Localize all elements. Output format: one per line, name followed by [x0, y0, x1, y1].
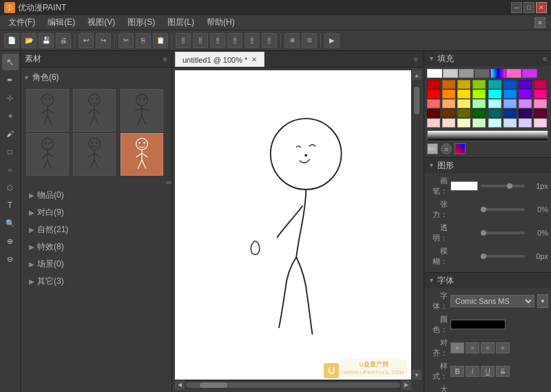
- maximize-button[interactable]: □: [523, 2, 534, 13]
- toolbar-align3[interactable]: ⣿: [210, 33, 225, 48]
- hscroll-left-arrow[interactable]: ◀: [175, 380, 185, 390]
- color-swatch[interactable]: [442, 109, 455, 118]
- opacity-slider[interactable]: [481, 231, 525, 234]
- color-swatch[interactable]: [472, 118, 486, 127]
- toolbar-align6[interactable]: ⣿: [262, 33, 277, 48]
- color-swatch[interactable]: [427, 80, 440, 89]
- font-section-header[interactable]: ▼ 字体: [424, 273, 551, 288]
- toolbar-cut[interactable]: ✂: [118, 33, 134, 48]
- swatch-gradient[interactable]: [490, 69, 506, 78]
- color-swatch[interactable]: [472, 99, 486, 108]
- toolbar-new[interactable]: 📄: [4, 33, 19, 48]
- category-characters-header[interactable]: ▼ 角色(6): [23, 70, 169, 86]
- menu-edit[interactable]: 编辑(E): [42, 15, 81, 30]
- category-dialogue[interactable]: ▶ 对白(9): [23, 204, 169, 221]
- vscroll-down-arrow[interactable]: ▼: [412, 370, 422, 380]
- canvas-tab-1[interactable]: untitled1 @ 100% * ✕: [175, 52, 264, 67]
- color-swatch[interactable]: [472, 109, 486, 118]
- color-swatch[interactable]: [534, 99, 547, 108]
- color-swatch[interactable]: [442, 80, 455, 89]
- color-swatch[interactable]: [488, 90, 501, 99]
- align-right-btn[interactable]: ≡: [481, 342, 495, 353]
- toolbar-save[interactable]: 💾: [39, 33, 54, 48]
- color-swatch[interactable]: [488, 80, 501, 89]
- align-left-btn[interactable]: ≡: [450, 342, 464, 353]
- color-swatch[interactable]: [457, 109, 470, 118]
- menu-view[interactable]: 视图(V): [82, 15, 121, 30]
- blur-slider[interactable]: [481, 255, 525, 258]
- bold-btn[interactable]: B: [450, 366, 464, 377]
- color-swatch[interactable]: [427, 99, 440, 108]
- tool-polygon[interactable]: ⬡: [2, 179, 19, 196]
- color-swatch[interactable]: [519, 109, 532, 118]
- tool-pen[interactable]: ✒: [2, 72, 19, 88]
- align-justify-btn[interactable]: ≡: [496, 342, 510, 353]
- strikethrough-btn[interactable]: S: [496, 366, 510, 377]
- menu-help[interactable]: 帮助(H): [201, 15, 240, 30]
- color-swatch[interactable]: [442, 90, 455, 99]
- category-scenes[interactable]: ▶ 场景(0): [23, 256, 169, 273]
- toolbar-align5[interactable]: ⣿: [245, 33, 260, 48]
- color-swatch[interactable]: [519, 80, 532, 89]
- tool-transform[interactable]: ⌖: [2, 107, 19, 124]
- minimize-button[interactable]: ─: [511, 2, 522, 13]
- color-swatch[interactable]: [427, 109, 440, 118]
- tool-zoom-out[interactable]: ⊖: [2, 251, 19, 267]
- toolbar-align4[interactable]: ⣿: [227, 33, 242, 48]
- color-swatch[interactable]: [472, 90, 486, 99]
- tool-ellipse[interactable]: ○: [2, 161, 19, 178]
- asset-item-3[interactable]: [121, 89, 163, 132]
- color-swatch[interactable]: [503, 109, 517, 118]
- fill-circle-icon[interactable]: ○: [441, 143, 452, 154]
- panel-icon[interactable]: ≡: [534, 17, 545, 28]
- tension-thumb[interactable]: [481, 207, 486, 212]
- swatch-pink[interactable]: [506, 69, 521, 78]
- vscroll-thumb[interactable]: [414, 87, 419, 114]
- hscroll-right-arrow[interactable]: ▶: [402, 380, 411, 390]
- toolbar-print[interactable]: 🖨: [56, 33, 71, 48]
- hscroll-thumb[interactable]: [200, 382, 227, 388]
- color-swatch[interactable]: [457, 80, 470, 89]
- color-swatch[interactable]: [503, 99, 517, 108]
- fill-section-header[interactable]: ▼ 填充 ≡: [424, 51, 551, 66]
- menu-file[interactable]: 文件(F): [3, 15, 41, 30]
- fill-pen-icon[interactable]: ✏: [427, 143, 438, 154]
- tool-paint[interactable]: 🖌: [2, 125, 19, 142]
- tool-zoom-in[interactable]: ⊕: [2, 233, 19, 249]
- swatch-white[interactable]: [427, 69, 442, 78]
- toolbar-grid[interactable]: ⊞: [284, 33, 300, 48]
- underline-btn[interactable]: U: [481, 366, 495, 377]
- swatch-mgrey[interactable]: [459, 69, 474, 78]
- canvas-vscrollbar[interactable]: ▲ ▼: [411, 70, 421, 380]
- blur-thumb[interactable]: [481, 254, 486, 259]
- toolbar-open[interactable]: 📂: [21, 33, 37, 48]
- fill-menu-icon[interactable]: ≡: [543, 55, 547, 63]
- color-swatch[interactable]: [534, 90, 547, 99]
- color-swatch[interactable]: [519, 118, 532, 127]
- toolbar-redo[interactable]: ↪: [96, 33, 111, 48]
- color-swatch[interactable]: [519, 90, 532, 99]
- font-color-box[interactable]: [450, 320, 506, 329]
- color-swatch[interactable]: [534, 118, 547, 127]
- category-effects[interactable]: ▶ 特效(8): [23, 238, 169, 256]
- color-swatch[interactable]: [442, 118, 455, 127]
- canvas-content[interactable]: [175, 70, 411, 380]
- menu-layer[interactable]: 图层(L): [162, 15, 200, 30]
- opacity-thumb[interactable]: [481, 230, 486, 236]
- toolbar-snap[interactable]: ⊡: [302, 33, 317, 48]
- vscroll-up-arrow[interactable]: ▲: [412, 70, 422, 80]
- asset-item-2[interactable]: [73, 89, 116, 132]
- toolbar-undo[interactable]: ↩: [79, 33, 94, 48]
- toolbar-copy[interactable]: ⎘: [136, 33, 151, 48]
- color-swatch[interactable]: [427, 90, 440, 99]
- toolbar-paste[interactable]: 📋: [153, 33, 168, 48]
- asset-item-6[interactable]: [121, 133, 163, 176]
- font-dropdown-arrow[interactable]: ▼: [537, 294, 548, 308]
- tool-shape[interactable]: □: [2, 143, 19, 160]
- fill-gradient-bar[interactable]: [427, 130, 548, 141]
- swatch-purple[interactable]: [522, 69, 537, 78]
- color-swatch[interactable]: [427, 118, 440, 127]
- toolbar-align2[interactable]: ⣿: [193, 33, 208, 48]
- color-swatch[interactable]: [488, 99, 501, 108]
- color-swatch[interactable]: [457, 99, 470, 108]
